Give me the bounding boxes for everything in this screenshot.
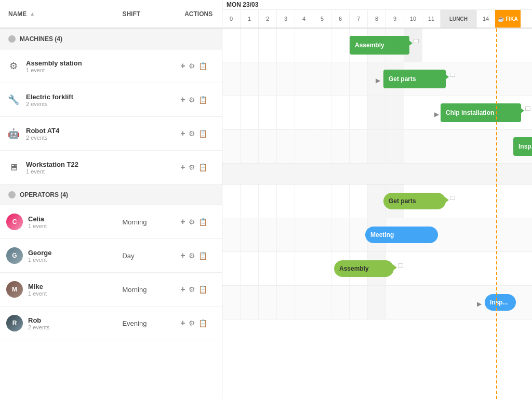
coffee-icon: ☕ [498, 16, 504, 22]
machine-name-cell: 🔧 Electric forklift 2 events [0, 92, 114, 107]
gear-icon: ⚙ [6, 59, 21, 73]
gantt-row-robot-at4: ▶ Chip installation [222, 96, 532, 130]
connector-box [398, 263, 403, 268]
list-item: 🔧 Electric forklift 2 events + ⚙ 📋 [0, 83, 222, 117]
time-cell-2: 2 [259, 10, 277, 28]
add-button[interactable]: + [180, 61, 185, 71]
task-chip-installation[interactable]: Chip installation [441, 103, 521, 122]
connector-box [414, 39, 419, 43]
operators-section-header: OPERATORS (4) [0, 184, 222, 205]
forklift-icon: 🔧 [6, 92, 21, 107]
copy-button[interactable]: 📋 [198, 129, 207, 138]
actions-cell: + ⚙ 📋 [176, 217, 222, 227]
list-item: R Rob 2 events Evening + ⚙ 📋 [0, 307, 222, 340]
robot-icon: 🤖 [6, 126, 21, 141]
add-button[interactable]: + [180, 95, 185, 104]
connector-box [450, 196, 455, 200]
gantt-row-mike: Assembly [222, 252, 532, 286]
copy-button[interactable]: 📋 [198, 251, 207, 260]
time-cell-7: 7 [350, 10, 368, 28]
time-cell-10: 10 [404, 10, 422, 28]
gantt-header: MON 23/03 0 1 2 3 4 5 6 7 8 9 10 11 LUNC… [222, 0, 532, 29]
avatar: C [6, 214, 23, 230]
gantt-row-electric-forklift: ▶ Get parts [222, 62, 532, 96]
add-button[interactable]: + [180, 217, 185, 227]
operators-indicator [8, 191, 16, 198]
copy-button[interactable]: 📋 [198, 218, 207, 226]
task-inspect-2[interactable]: Insp... [485, 294, 516, 311]
settings-button[interactable]: ⚙ [189, 163, 195, 171]
gantt-row-rob: ▶ Insp... [222, 286, 532, 320]
time-cell-11: 11 [422, 10, 441, 28]
add-button[interactable]: + [180, 251, 185, 260]
settings-button[interactable]: ⚙ [189, 96, 195, 104]
actions-cell: + ⚙ 📋 [176, 61, 222, 71]
settings-button[interactable]: ⚙ [189, 251, 195, 260]
time-cell-5: 5 [313, 10, 331, 28]
time-cell-lunch: LUNCH [441, 10, 477, 28]
machines-section-header: MACHINES (4) [0, 29, 222, 49]
machine-name-cell: ⚙ Assembly station 1 event [0, 59, 114, 73]
time-cell-fika: ☕ FIKA [495, 10, 521, 28]
settings-button[interactable]: ⚙ [189, 319, 195, 327]
gantt-body: Assembly [222, 29, 532, 399]
avatar: G [6, 247, 23, 264]
copy-button[interactable]: 📋 [198, 163, 207, 171]
shift-cell: Morning [114, 218, 176, 226]
shift-cell: Day [114, 252, 176, 260]
shift-cell: Morning [114, 286, 176, 294]
add-button[interactable]: + [180, 129, 185, 138]
time-cell-4: 4 [295, 10, 313, 28]
actions-cell: + ⚙ 📋 [176, 318, 222, 328]
gantt-row-assembly-station: Assembly [222, 29, 532, 62]
arrow-icon: ▶ [434, 111, 439, 118]
copy-button[interactable]: 📋 [198, 319, 207, 327]
col-name-header: NAME ▲ [0, 10, 114, 18]
settings-button[interactable]: ⚙ [189, 129, 195, 138]
settings-button[interactable]: ⚙ [189, 285, 195, 294]
sort-icon[interactable]: ▲ [30, 11, 35, 17]
gantt-row-workstation-t22: Insp... [222, 130, 532, 164]
task-assembly-2[interactable]: Assembly [334, 260, 394, 277]
connector-arrow [408, 40, 413, 46]
task-get-parts-2[interactable]: Get parts [383, 193, 446, 209]
col-shift-header: SHIFT [114, 10, 176, 18]
connector-arrow [393, 264, 397, 271]
add-button[interactable]: + [180, 285, 185, 294]
machine-name-cell: 🤖 Robot AT4 2 events [0, 126, 114, 141]
add-button[interactable]: + [180, 318, 185, 328]
list-item: 🖥 Workstation T22 1 event + ⚙ 📋 [0, 151, 222, 184]
arrow-icon: ▶ [376, 77, 380, 84]
settings-button[interactable]: ⚙ [189, 218, 195, 226]
time-cell-8: 8 [368, 10, 386, 28]
connector-arrow [445, 197, 449, 203]
list-item: G George 1 event Day + ⚙ 📋 [0, 239, 222, 273]
avatar: R [6, 315, 23, 331]
shift-cell: Evening [114, 320, 176, 327]
operator-name-cell: R Rob 2 events [0, 315, 114, 331]
operator-name-cell: C Celia 1 event [0, 214, 114, 230]
actions-cell: + ⚙ 📋 [176, 285, 222, 294]
actions-cell: + ⚙ 📋 [176, 129, 222, 138]
gantt-row-celia: Get parts [222, 184, 532, 218]
table-header: NAME ▲ SHIFT ACTIONS [0, 0, 222, 29]
task-meeting[interactable]: Meeting [365, 227, 438, 243]
copy-button[interactable]: 📋 [198, 62, 207, 70]
col-actions-header: ACTIONS [176, 10, 222, 18]
time-cell-9: 9 [386, 10, 404, 28]
actions-cell: + ⚙ 📋 [176, 251, 222, 260]
settings-button[interactable]: ⚙ [189, 62, 195, 70]
list-item: ⚙ Assembly station 1 event + ⚙ 📋 [0, 49, 222, 83]
add-button[interactable]: + [180, 163, 185, 172]
task-assembly[interactable]: Assembly [350, 36, 409, 55]
task-get-parts-1[interactable]: Get parts [383, 70, 446, 88]
copy-button[interactable]: 📋 [198, 96, 207, 104]
task-inspect-1[interactable]: Insp... [513, 137, 532, 156]
actions-cell: + ⚙ 📋 [176, 163, 222, 172]
workstation-icon: 🖥 [6, 160, 21, 175]
copy-button[interactable]: 📋 [198, 285, 207, 294]
avatar: M [6, 281, 23, 298]
connector-box [525, 107, 530, 111]
gantt-row-george: Meeting [222, 218, 532, 252]
connector-arrow [520, 108, 524, 114]
